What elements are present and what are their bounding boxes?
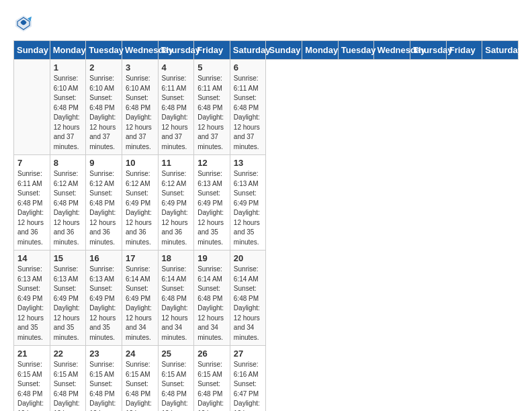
day-number: 24 — [126, 349, 154, 359]
day-number: 10 — [126, 158, 154, 168]
calendar-cell: 26Sunrise: 6:15 AM Sunset: 6:48 PM Dayli… — [194, 346, 230, 412]
calendar-cell: 10Sunrise: 6:12 AM Sunset: 6:49 PM Dayli… — [122, 155, 158, 250]
day-info: Sunrise: 6:12 AM Sunset: 6:49 PM Dayligh… — [126, 169, 154, 247]
calendar-cell: 14Sunrise: 6:13 AM Sunset: 6:49 PM Dayli… — [14, 250, 50, 346]
calendar-cell: 9Sunrise: 6:12 AM Sunset: 6:48 PM Daylig… — [86, 155, 122, 250]
calendar-cell: 15Sunrise: 6:13 AM Sunset: 6:49 PM Dayli… — [50, 250, 86, 346]
day-number: 12 — [197, 158, 226, 168]
col-header-monday: Monday — [302, 41, 339, 60]
calendar-cell: 2Sunrise: 6:10 AM Sunset: 6:48 PM Daylig… — [86, 60, 122, 155]
calendar-cell: 17Sunrise: 6:14 AM Sunset: 6:49 PM Dayli… — [122, 250, 158, 346]
calendar-week-4: 21Sunrise: 6:15 AM Sunset: 6:48 PM Dayli… — [14, 346, 519, 412]
day-number: 16 — [89, 253, 118, 263]
header-wednesday: Wednesday — [122, 41, 158, 60]
calendar-cell: 11Sunrise: 6:12 AM Sunset: 6:49 PM Dayli… — [158, 155, 194, 250]
calendar-cell: 22Sunrise: 6:15 AM Sunset: 6:48 PM Dayli… — [50, 346, 86, 412]
day-number: 27 — [234, 349, 263, 359]
day-number: 11 — [162, 158, 191, 168]
day-info: Sunrise: 6:11 AM Sunset: 6:48 PM Dayligh… — [234, 74, 263, 152]
day-number: 25 — [162, 349, 191, 359]
calendar-cell: 3Sunrise: 6:10 AM Sunset: 6:48 PM Daylig… — [122, 60, 158, 155]
day-number: 1 — [54, 62, 83, 73]
day-info: Sunrise: 6:13 AM Sunset: 6:49 PM Dayligh… — [17, 265, 46, 342]
header-friday: Friday — [194, 41, 230, 60]
day-info: Sunrise: 6:10 AM Sunset: 6:48 PM Dayligh… — [126, 74, 154, 152]
day-info: Sunrise: 6:15 AM Sunset: 6:48 PM Dayligh… — [162, 360, 191, 411]
day-info: Sunrise: 6:13 AM Sunset: 6:49 PM Dayligh… — [197, 169, 226, 247]
calendar-cell: 7Sunrise: 6:11 AM Sunset: 6:48 PM Daylig… — [14, 155, 50, 250]
calendar-cell: 19Sunrise: 6:14 AM Sunset: 6:48 PM Dayli… — [194, 250, 230, 346]
col-header-saturday: Saturday — [482, 41, 519, 60]
col-header-sunday: Sunday — [266, 41, 302, 60]
calendar-cell: 20Sunrise: 6:14 AM Sunset: 6:48 PM Dayli… — [230, 250, 266, 346]
day-info: Sunrise: 6:11 AM Sunset: 6:48 PM Dayligh… — [197, 74, 226, 152]
day-info: Sunrise: 6:13 AM Sunset: 6:49 PM Dayligh… — [89, 265, 118, 342]
calendar-cell — [14, 60, 50, 155]
calendar-cell: 23Sunrise: 6:15 AM Sunset: 6:48 PM Dayli… — [86, 346, 122, 412]
day-info: Sunrise: 6:14 AM Sunset: 6:48 PM Dayligh… — [197, 265, 226, 342]
day-number: 21 — [17, 349, 46, 359]
day-info: Sunrise: 6:10 AM Sunset: 6:48 PM Dayligh… — [89, 74, 118, 152]
calendar-cell: 24Sunrise: 6:15 AM Sunset: 6:48 PM Dayli… — [122, 346, 158, 412]
day-info: Sunrise: 6:15 AM Sunset: 6:48 PM Dayligh… — [17, 360, 46, 411]
day-number: 15 — [54, 253, 83, 263]
calendar-week-1: 1Sunrise: 6:10 AM Sunset: 6:48 PM Daylig… — [14, 60, 519, 155]
calendar-header-row: SundayMondayTuesdayWednesdayThursdayFrid… — [14, 41, 519, 60]
day-number: 18 — [162, 253, 191, 263]
day-info: Sunrise: 6:16 AM Sunset: 6:47 PM Dayligh… — [234, 360, 263, 411]
header-monday: Monday — [50, 41, 86, 60]
day-number: 5 — [197, 62, 226, 73]
day-number: 13 — [234, 158, 263, 168]
calendar-week-3: 14Sunrise: 6:13 AM Sunset: 6:49 PM Dayli… — [14, 250, 519, 346]
day-number: 4 — [162, 62, 191, 73]
day-number: 23 — [89, 349, 118, 359]
calendar-cell: 27Sunrise: 6:16 AM Sunset: 6:47 PM Dayli… — [230, 346, 266, 412]
day-info: Sunrise: 6:14 AM Sunset: 6:48 PM Dayligh… — [234, 265, 263, 342]
calendar-cell: 1Sunrise: 6:10 AM Sunset: 6:48 PM Daylig… — [50, 60, 86, 155]
logo — [13, 13, 36, 34]
day-info: Sunrise: 6:14 AM Sunset: 6:48 PM Dayligh… — [162, 265, 191, 342]
calendar-cell: 6Sunrise: 6:11 AM Sunset: 6:48 PM Daylig… — [230, 60, 266, 155]
calendar-cell: 12Sunrise: 6:13 AM Sunset: 6:49 PM Dayli… — [194, 155, 230, 250]
header-tuesday: Tuesday — [86, 41, 122, 60]
header-sunday: Sunday — [14, 41, 50, 60]
calendar-cell: 13Sunrise: 6:13 AM Sunset: 6:49 PM Dayli… — [230, 155, 266, 250]
header-thursday: Thursday — [158, 41, 194, 60]
calendar-cell: 16Sunrise: 6:13 AM Sunset: 6:49 PM Dayli… — [86, 250, 122, 346]
day-info: Sunrise: 6:15 AM Sunset: 6:48 PM Dayligh… — [197, 360, 226, 411]
col-header-friday: Friday — [446, 41, 482, 60]
day-number: 8 — [54, 158, 83, 168]
day-info: Sunrise: 6:14 AM Sunset: 6:49 PM Dayligh… — [126, 265, 154, 342]
day-info: Sunrise: 6:15 AM Sunset: 6:48 PM Dayligh… — [126, 360, 154, 411]
calendar-cell: 21Sunrise: 6:15 AM Sunset: 6:48 PM Dayli… — [14, 346, 50, 412]
page-header — [13, 13, 519, 34]
day-info: Sunrise: 6:11 AM Sunset: 6:48 PM Dayligh… — [162, 74, 191, 152]
header-saturday: Saturday — [230, 41, 266, 60]
calendar-cell: 4Sunrise: 6:11 AM Sunset: 6:48 PM Daylig… — [158, 60, 194, 155]
calendar-cell: 25Sunrise: 6:15 AM Sunset: 6:48 PM Dayli… — [158, 346, 194, 412]
calendar-table: SundayMondayTuesdayWednesdayThursdayFrid… — [13, 40, 519, 411]
day-info: Sunrise: 6:15 AM Sunset: 6:48 PM Dayligh… — [89, 360, 118, 411]
calendar-cell: 8Sunrise: 6:12 AM Sunset: 6:48 PM Daylig… — [50, 155, 86, 250]
day-number: 26 — [197, 349, 226, 359]
day-info: Sunrise: 6:11 AM Sunset: 6:48 PM Dayligh… — [17, 169, 46, 247]
logo-icon — [13, 13, 34, 34]
calendar-cell: 5Sunrise: 6:11 AM Sunset: 6:48 PM Daylig… — [194, 60, 230, 155]
calendar-week-2: 7Sunrise: 6:11 AM Sunset: 6:48 PM Daylig… — [14, 155, 519, 250]
col-header-wednesday: Wednesday — [374, 41, 410, 60]
day-info: Sunrise: 6:12 AM Sunset: 6:48 PM Dayligh… — [89, 169, 118, 247]
day-info: Sunrise: 6:10 AM Sunset: 6:48 PM Dayligh… — [54, 74, 83, 152]
day-number: 17 — [126, 253, 154, 263]
day-number: 19 — [197, 253, 226, 263]
day-number: 14 — [17, 253, 46, 263]
day-info: Sunrise: 6:12 AM Sunset: 6:48 PM Dayligh… — [54, 169, 83, 247]
col-header-thursday: Thursday — [410, 41, 447, 60]
day-number: 2 — [89, 62, 118, 73]
day-info: Sunrise: 6:12 AM Sunset: 6:49 PM Dayligh… — [162, 169, 191, 247]
day-info: Sunrise: 6:13 AM Sunset: 6:49 PM Dayligh… — [234, 169, 263, 247]
day-number: 7 — [17, 158, 46, 168]
day-info: Sunrise: 6:15 AM Sunset: 6:48 PM Dayligh… — [54, 360, 83, 411]
calendar-cell: 18Sunrise: 6:14 AM Sunset: 6:48 PM Dayli… — [158, 250, 194, 346]
day-number: 20 — [234, 253, 263, 263]
day-number: 9 — [89, 158, 118, 168]
